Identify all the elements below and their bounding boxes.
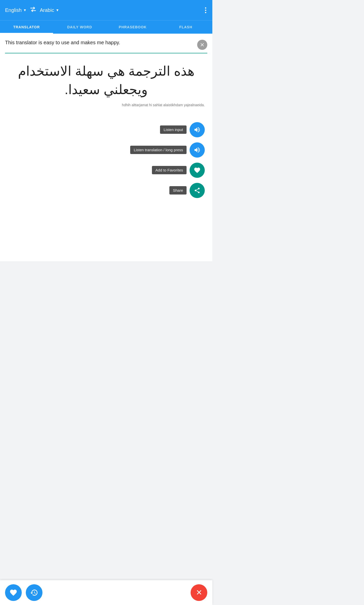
more-dot-1 (205, 7, 206, 9)
listen-input-button[interactable] (190, 122, 205, 137)
more-dot-3 (205, 12, 206, 13)
main-content: This translator is easy to use and makes… (0, 34, 212, 261)
more-dot-2 (205, 10, 206, 11)
input-text[interactable]: This translator is easy to use and makes… (5, 39, 197, 46)
add-to-favorites-button[interactable] (190, 163, 205, 178)
speaker-icon (194, 126, 201, 133)
listen-translation-button[interactable] (190, 142, 205, 158)
listen-input-row: Listen input (160, 122, 205, 137)
target-language-button[interactable]: Arabic ▼ (40, 7, 59, 13)
share-row: Share (169, 183, 205, 198)
action-buttons: Listen input Listen translation / long p… (5, 122, 207, 198)
language-selector: English ▼ Arabic ▼ (5, 7, 59, 13)
transliteration-text: hdhih alttarjamat hi sahlat alaistikhdam… (5, 103, 207, 107)
target-lang-dropdown-icon: ▼ (56, 8, 59, 12)
arabic-translation-text: هذه الترجمة هي سهلة الاستخدام ويجعلني سع… (5, 62, 207, 99)
target-language-label: Arabic (40, 7, 54, 13)
speaker-translation-icon (194, 146, 201, 154)
input-area: This translator is easy to use and makes… (5, 39, 207, 53)
tab-translator[interactable]: TRANSLATOR (0, 20, 53, 34)
share-tooltip: Share (169, 186, 187, 195)
add-to-favorites-row: Add to Favorites (152, 163, 205, 178)
swap-languages-button[interactable] (30, 7, 37, 13)
tab-flash[interactable]: FLASH (159, 20, 212, 34)
add-to-favorites-tooltip: Add to Favorites (152, 166, 187, 174)
listen-translation-tooltip: Listen translation / long press (130, 146, 187, 154)
tab-bar: TRANSLATOR DAILY WORD PHRASEBOOK FLASH (0, 20, 212, 34)
translation-area: هذه الترجمة هي سهلة الاستخدام ويجعلني سع… (5, 59, 207, 120)
tab-daily-word[interactable]: DAILY WORD (53, 20, 106, 34)
listen-translation-row: Listen translation / long press (130, 142, 205, 158)
more-options-button[interactable] (204, 6, 207, 14)
share-icon (194, 187, 200, 194)
source-language-button[interactable]: English ▼ (5, 7, 27, 13)
source-language-label: English (5, 7, 22, 13)
header: English ▼ Arabic ▼ (0, 0, 212, 20)
clear-input-button[interactable] (197, 40, 207, 50)
listen-input-tooltip: Listen input (160, 125, 187, 134)
heart-icon (194, 167, 201, 174)
source-lang-dropdown-icon: ▼ (23, 8, 27, 12)
tab-phrasebook[interactable]: PHRASEBOOK (106, 20, 159, 34)
share-button[interactable] (190, 183, 205, 198)
swap-icon (30, 7, 37, 12)
